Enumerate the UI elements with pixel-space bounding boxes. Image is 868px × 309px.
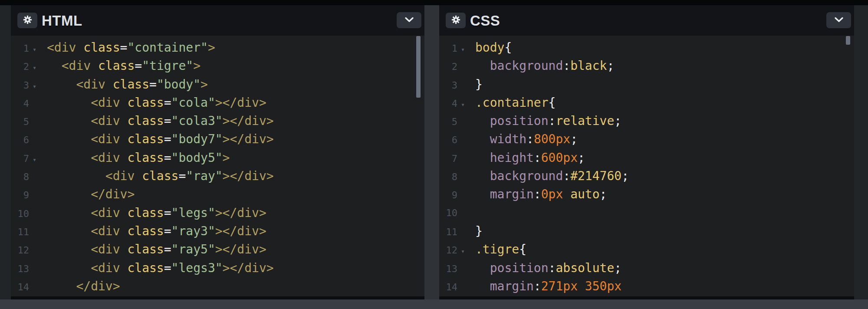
html-code-editor[interactable]: 1▾<div class="container">2▾ <div class="… xyxy=(11,36,424,296)
line-number: 1 xyxy=(439,39,457,58)
code-line[interactable]: 3▾ <div class="body"> xyxy=(11,76,424,94)
line-number: 3 xyxy=(11,76,29,95)
line-number: 13 xyxy=(439,260,457,278)
code-line[interactable]: 9 </div> xyxy=(11,185,424,204)
html-collapse-button[interactable] xyxy=(397,12,421,28)
line-number: 12 xyxy=(11,241,29,260)
code-line[interactable]: 10 <div class="legs"></div> xyxy=(11,204,424,222)
code-text: .container{ xyxy=(475,94,556,112)
code-text: position:relative; xyxy=(475,112,621,130)
code-text: <div class="body"> xyxy=(47,76,208,94)
code-line[interactable]: 6 <div class="body7"></div> xyxy=(11,130,424,148)
line-number: 10 xyxy=(439,204,457,222)
code-text: <div class="tigre"> xyxy=(47,57,201,75)
code-line[interactable]: 1▾body{ xyxy=(439,39,854,57)
code-line[interactable]: 4▾.container{ xyxy=(439,94,854,112)
code-line[interactable]: 13 position:absolute; xyxy=(439,259,854,277)
code-text: </div> xyxy=(47,185,135,204)
line-number: 4 xyxy=(11,95,29,113)
line-number: 8 xyxy=(439,168,457,186)
code-line[interactable]: 1▾<div class="container"> xyxy=(11,39,424,57)
code-text: width:800px; xyxy=(475,130,578,148)
line-number: 4 xyxy=(439,95,457,113)
fold-toggle-icon[interactable]: ▾ xyxy=(29,40,47,59)
code-text: } xyxy=(475,76,483,94)
line-number: 2 xyxy=(11,58,29,76)
code-text: background:#214760; xyxy=(475,167,629,185)
code-text: } xyxy=(475,222,483,240)
html-editor-panel: HTML 1▾<div class="container">2▾ <div cl… xyxy=(11,5,424,296)
line-number: 8 xyxy=(11,168,29,186)
code-text: margin:271px 350px xyxy=(475,277,621,296)
code-line[interactable]: 9 margin:0px auto; xyxy=(439,185,854,204)
code-line[interactable]: 8 background:#214760; xyxy=(439,167,854,185)
fold-toggle-icon[interactable]: ▾ xyxy=(457,95,475,114)
css-panel-header: CSS xyxy=(439,5,854,36)
html-settings-button[interactable] xyxy=(17,13,37,28)
line-number: 11 xyxy=(439,223,457,241)
line-number: 14 xyxy=(11,278,29,296)
code-line[interactable]: 4 <div class="cola"></div> xyxy=(11,94,424,112)
code-line[interactable]: 7▾ <div class="body5"> xyxy=(11,149,424,167)
editors-row: HTML 1▾<div class="container">2▾ <div cl… xyxy=(0,5,868,299)
fold-toggle-icon[interactable]: ▾ xyxy=(457,242,475,260)
line-number: 13 xyxy=(11,260,29,278)
code-text: <div class="ray"></div> xyxy=(47,167,274,185)
fold-toggle-icon[interactable]: ▾ xyxy=(29,77,47,95)
code-text: <div class="cola"></div> xyxy=(47,94,266,112)
panel-resizer[interactable] xyxy=(424,5,439,299)
code-editor-app: { "colors": { "topbar": "#060708", "page… xyxy=(0,0,868,309)
code-line[interactable]: 7 height:600px; xyxy=(439,149,854,167)
code-text: <div class="body7"></div> xyxy=(47,130,274,148)
code-text: <div class="ray3"></div> xyxy=(47,222,266,240)
code-line[interactable]: 6 width:800px; xyxy=(439,130,854,148)
code-line[interactable]: 14 </div> xyxy=(11,277,424,296)
fold-toggle-icon[interactable]: ▾ xyxy=(29,59,47,77)
code-text: <div class="legs"></div> xyxy=(47,204,266,222)
line-number: 5 xyxy=(439,113,457,131)
code-line[interactable]: 11 <div class="ray3"></div> xyxy=(11,222,424,240)
code-text: background:black; xyxy=(475,57,614,75)
fold-toggle-icon[interactable]: ▾ xyxy=(29,151,47,169)
line-number: 2 xyxy=(439,58,457,76)
code-line[interactable]: 5 position:relative; xyxy=(439,112,854,130)
horizontal-resizer[interactable] xyxy=(0,299,868,309)
css-code-editor[interactable]: 1▾body{2 background:black;3}4▾.container… xyxy=(439,36,854,296)
html-scrollbar-thumb[interactable] xyxy=(416,36,421,98)
code-text: <div class="body5"> xyxy=(47,149,230,167)
css-collapse-button[interactable] xyxy=(826,12,851,28)
code-line[interactable]: 14 margin:271px 350px xyxy=(439,277,854,296)
css-editor-panel: CSS 1▾body{2 background:black;3}4▾.conta… xyxy=(439,5,854,296)
line-number: 3 xyxy=(439,76,457,95)
code-text: <div class="ray5"></div> xyxy=(47,240,266,259)
code-text: .tigre{ xyxy=(475,240,526,259)
line-number: 9 xyxy=(11,186,29,204)
gear-icon xyxy=(451,15,461,26)
code-line[interactable]: 5 <div class="cola3"></div> xyxy=(11,112,424,130)
code-line[interactable]: 10 xyxy=(439,204,854,222)
line-number: 6 xyxy=(11,131,29,149)
code-line[interactable]: 11} xyxy=(439,222,854,240)
right-margin-strip xyxy=(854,5,868,299)
line-number: 7 xyxy=(11,150,29,168)
fold-toggle-icon[interactable]: ▾ xyxy=(457,40,475,59)
code-line[interactable]: 12 <div class="ray5"></div> xyxy=(11,240,424,259)
line-number: 7 xyxy=(439,150,457,168)
css-scrollbar-thumb[interactable] xyxy=(846,36,850,45)
gear-icon xyxy=(23,15,33,26)
top-bar xyxy=(0,0,868,5)
left-margin-strip xyxy=(0,5,11,299)
code-text: <div class="cola3"></div> xyxy=(47,112,274,130)
code-line[interactable]: 8 <div class="ray"></div> xyxy=(11,167,424,185)
line-number: 9 xyxy=(439,186,457,204)
code-line[interactable]: 2 background:black; xyxy=(439,57,854,75)
code-line[interactable]: 12▾.tigre{ xyxy=(439,240,854,259)
code-line[interactable]: 3} xyxy=(439,76,854,94)
css-settings-button[interactable] xyxy=(446,13,466,28)
code-line[interactable]: 13 <div class="legs3"></div> xyxy=(11,259,424,277)
html-panel-header: HTML xyxy=(11,5,424,36)
line-number: 12 xyxy=(439,241,457,260)
code-text: <div class="container"> xyxy=(47,39,215,57)
line-number: 1 xyxy=(11,39,29,58)
code-line[interactable]: 2▾ <div class="tigre"> xyxy=(11,57,424,75)
